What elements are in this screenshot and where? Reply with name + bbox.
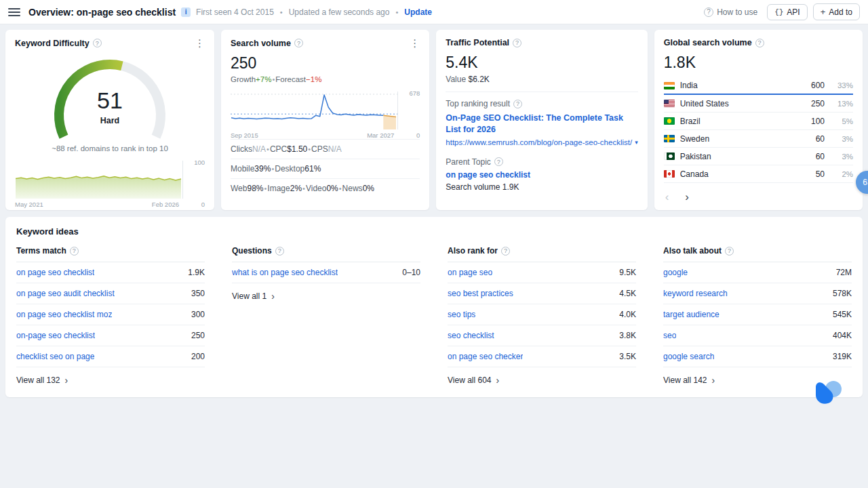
how-to-use-link[interactable]: ? How to use [704, 7, 757, 17]
traffic-potential-value: 5.4K [446, 54, 637, 72]
info-icon[interactable]: i [181, 7, 191, 17]
view-all-link[interactable]: View all 132› [16, 375, 68, 385]
api-button[interactable]: {} API [767, 4, 808, 20]
help-circle-icon[interactable]: ? [501, 247, 510, 256]
country-row-br[interactable]: Brazil1005% [664, 113, 853, 130]
stat-value: $1.50 [287, 144, 307, 154]
help-circle-icon: ? [704, 7, 713, 17]
keyword-link[interactable]: seo best practices [448, 289, 513, 298]
parent-topic-link[interactable]: on page seo checklist [446, 170, 637, 180]
keyword-link[interactable]: on page seo checklist [16, 268, 94, 277]
separator-dot: • [302, 184, 305, 192]
keyword-link[interactable]: on page seo audit checklist [16, 289, 115, 298]
add-to-button-label: Add to [829, 7, 852, 17]
keyword-ideas-section: Keyword ideas Terms match?on page seo ch… [5, 217, 863, 397]
help-circle-icon[interactable]: ? [494, 157, 503, 166]
metrics-cards-row: Keyword Difficulty ? ⋮ 51 Hard ~88 ref. … [0, 24, 868, 216]
country-volume: 100 [811, 117, 825, 126]
global-volume-value: 1.8K [664, 54, 853, 72]
kebab-menu-icon[interactable]: ⋮ [195, 38, 205, 48]
flag-se-icon [664, 135, 675, 142]
keyword-row: on page seo audit checklist350 [16, 283, 205, 304]
chevron-down-icon: ▾ [635, 139, 638, 146]
card-title: Search volume [231, 39, 291, 48]
help-circle-icon[interactable]: ? [70, 247, 79, 256]
country-row-se[interactable]: Sweden603% [664, 130, 853, 148]
country-volume: 60 [816, 134, 825, 144]
keyword-volume: 3.5K [619, 352, 636, 361]
country-row-us[interactable]: United States25013% [664, 95, 853, 113]
keyword-link[interactable]: on page seo checklist moz [16, 310, 112, 319]
braces-icon: {} [774, 8, 783, 16]
chat-widget-logo-shape [812, 380, 842, 407]
chevron-right-icon: › [496, 375, 500, 385]
view-all-link[interactable]: View all 1› [232, 291, 275, 301]
column-header: Also rank for? [448, 246, 636, 262]
y-axis-min: 0 [416, 131, 420, 139]
keyword-link[interactable]: seo tips [448, 310, 475, 319]
flag-br-icon [664, 117, 675, 125]
prev-page-icon[interactable]: ‹ [665, 191, 669, 203]
help-circle-icon[interactable]: ? [513, 39, 521, 47]
keyword-link[interactable]: on page seo [448, 268, 492, 277]
country-row-in[interactable]: India60033% [664, 77, 853, 95]
result-url-link[interactable]: https://www.semrush.com/blog/on-page-seo… [446, 138, 637, 146]
separator-dot: • [339, 184, 342, 192]
update-link[interactable]: Update [404, 7, 432, 17]
keyword-link[interactable]: what is on page seo checklist [232, 268, 338, 277]
flag-ca-icon [664, 170, 675, 178]
menu-icon[interactable] [8, 8, 20, 16]
keyword-link[interactable]: on-page seo checklist [16, 331, 95, 340]
chevron-right-icon: › [271, 291, 275, 301]
keyword-link[interactable]: on page seo checker [448, 352, 523, 361]
separator-dot: • [267, 145, 269, 153]
next-page-icon[interactable]: › [685, 191, 689, 203]
add-to-button[interactable]: + Add to [813, 3, 860, 20]
keyword-link[interactable]: seo [663, 331, 676, 340]
help-circle-icon[interactable]: ? [755, 39, 764, 47]
first-seen-text: First seen 4 Oct 2015 [196, 7, 274, 17]
keyword-column-0: Terms match?on page seo checklist1.9Kon … [16, 246, 205, 385]
topbar: Overview: on-page seo checklist i First … [0, 0, 868, 24]
api-button-label: API [787, 7, 800, 17]
country-volume: 50 [816, 169, 825, 179]
keyword-column-3: Also talk about?google72Mkeyword researc… [663, 246, 852, 385]
flag-us-icon [664, 100, 675, 107]
kd-score: 51 [39, 87, 181, 114]
stat-label: Web [231, 184, 247, 193]
keyword-link[interactable]: seo checklist [448, 331, 494, 340]
column-title: Terms match [16, 246, 66, 256]
x-axis-end: Feb 2026 [152, 201, 179, 208]
country-row-ca[interactable]: Canada502% [664, 165, 853, 183]
chat-widget-logo[interactable] [812, 380, 842, 409]
country-row-pk[interactable]: Pakistan603% [664, 148, 853, 165]
help-circle-icon[interactable]: ? [275, 247, 284, 256]
keyword-link[interactable]: keyword research [663, 289, 728, 298]
country-name: Pakistan [680, 152, 816, 161]
column-header: Also talk about? [663, 246, 852, 262]
stat-label: CPS [311, 144, 328, 154]
keyword-volume: 250 [191, 331, 205, 340]
help-circle-icon[interactable]: ? [725, 247, 734, 256]
top-ranking-result-link[interactable]: On-Page SEO Checklist: The Complete Task… [446, 113, 637, 136]
help-circle-icon[interactable]: ? [93, 39, 102, 47]
keyword-row: seo best practices4.5K [448, 283, 636, 304]
kebab-menu-icon[interactable]: ⋮ [410, 38, 420, 48]
help-circle-icon[interactable]: ? [294, 39, 303, 47]
keyword-volume: 72M [836, 268, 852, 277]
country-percent: 33% [834, 81, 853, 89]
view-all-link[interactable]: View all 142› [663, 375, 715, 385]
y-axis-max: 678 [409, 89, 420, 97]
keyword-column-2: Also rank for?on page seo9.5Kseo best pr… [448, 246, 636, 385]
country-name: United States [680, 99, 811, 108]
keyword-link[interactable]: checklist seo on page [16, 352, 94, 361]
help-circle-icon[interactable]: ? [513, 100, 522, 108]
keyword-link[interactable]: google [663, 268, 688, 277]
country-volume: 60 [816, 152, 825, 161]
view-all-link[interactable]: View all 604› [448, 375, 499, 385]
keyword-link[interactable]: google search [663, 352, 714, 361]
separator-dot: • [395, 8, 398, 16]
keyword-link[interactable]: target audience [663, 310, 719, 319]
y-axis-min: 0 [201, 201, 205, 208]
country-name: Sweden [680, 134, 816, 144]
